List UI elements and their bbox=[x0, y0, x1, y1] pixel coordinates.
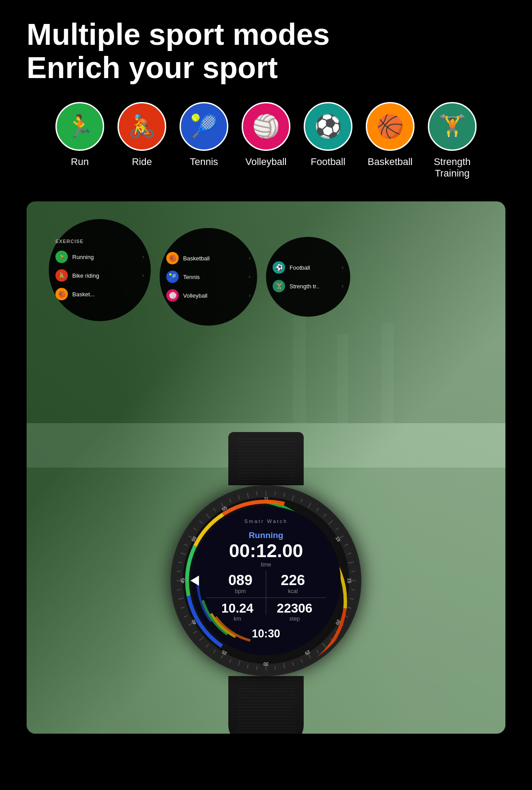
svg-point-8 bbox=[363, 257, 412, 323]
svg-line-69 bbox=[257, 491, 257, 495]
sport-item-run: 🏃 Run bbox=[55, 102, 104, 180]
svg-line-54 bbox=[177, 590, 181, 590]
svg-line-39 bbox=[275, 666, 275, 670]
football-label: Football bbox=[311, 156, 345, 168]
tennis-menu-icon: 🎾 bbox=[166, 271, 179, 283]
run-icon-circle: 🏃 bbox=[55, 102, 104, 151]
svg-text:10:30: 10:30 bbox=[252, 627, 280, 640]
volleyball-arrow-icon: › bbox=[249, 292, 250, 299]
tennis-icon-circle: 🎾 bbox=[180, 102, 228, 151]
svg-text:00:12.00: 00:12.00 bbox=[229, 540, 303, 561]
sport-item-football: ⚽ Football bbox=[304, 102, 352, 180]
header-line1: Multiple sport modes bbox=[27, 18, 505, 51]
bikeriding-menu-icon: 🚴 bbox=[55, 269, 68, 282]
svg-text:45: 45 bbox=[180, 578, 185, 583]
sport-item-tennis: 🎾 Tennis bbox=[180, 102, 228, 180]
bikeriding-arrow-icon: › bbox=[142, 272, 144, 279]
svg-text:bpm: bpm bbox=[235, 588, 246, 594]
run-label: Run bbox=[71, 156, 89, 168]
volleyball-menu-icon: 🏐 bbox=[166, 289, 179, 302]
watch-band-bottom bbox=[228, 676, 304, 734]
sport-item-ride: 🚴 Ride bbox=[117, 102, 166, 180]
watch-band-top bbox=[228, 432, 304, 485]
watch-button-bottom bbox=[360, 593, 361, 607]
menu-item-running: 🏃 Running › bbox=[55, 249, 144, 264]
ride-icon: 🚴 bbox=[128, 114, 156, 139]
page-container: Multiple sport modes Enrich your sport 🏃… bbox=[0, 0, 532, 751]
svg-text:226: 226 bbox=[281, 572, 305, 588]
menu-basketball-label: Basketball bbox=[183, 255, 244, 262]
watch-body-outer: ▽ 55 50 45 40 35 30 25 20 15 10 bbox=[171, 485, 361, 676]
strength-menu-icon: 🏋️ bbox=[273, 280, 285, 292]
exercise-menu: EXERCISE 🏃 Running › 🚴 Bike riding › 🏀 B… bbox=[49, 219, 151, 321]
basketball-icon: 🏀 bbox=[376, 114, 404, 139]
tennis-arrow-icon: › bbox=[249, 274, 250, 280]
svg-line-11 bbox=[275, 491, 275, 495]
menu-item-football: ⚽ Football › bbox=[273, 260, 344, 275]
sport-modes-row: 🏃 Run 🚴 Ride 🎾 Tennis 🏐 Volleyball ⚽ bbox=[27, 102, 505, 180]
football-arrow-icon: › bbox=[342, 264, 344, 271]
svg-text:step: step bbox=[289, 616, 300, 622]
svg-text:km: km bbox=[234, 616, 241, 622]
svg-text:kcal: kcal bbox=[288, 588, 298, 594]
svg-line-41 bbox=[257, 666, 257, 670]
football-menu-icon: ⚽ bbox=[273, 261, 285, 274]
ride-label: Ride bbox=[132, 156, 152, 168]
svg-text:10.24: 10.24 bbox=[221, 601, 253, 616]
svg-line-24 bbox=[351, 571, 355, 572]
basket-menu-icon: 🏀 bbox=[55, 288, 68, 300]
svg-text:Running: Running bbox=[249, 531, 283, 540]
watch-menus-overlay: EXERCISE 🏃 Running › 🚴 Bike riding › 🏀 B… bbox=[49, 219, 350, 326]
main-visual: EXERCISE 🏃 Running › 🚴 Bike riding › 🏀 B… bbox=[27, 201, 505, 734]
smartwatch: ▽ 55 50 45 40 35 30 25 20 15 10 bbox=[171, 432, 361, 734]
football-icon-circle: ⚽ bbox=[304, 102, 352, 151]
menu-tennis-label: Tennis bbox=[183, 274, 244, 280]
tennis-icon: 🎾 bbox=[190, 114, 218, 139]
sports-menu-middle: 🏀 Basketball › 🎾 Tennis › 🏐 Volleyball › bbox=[160, 228, 257, 326]
sport-item-volleyball: 🏐 Volleyball bbox=[242, 102, 290, 180]
svg-text:Smatr  Watch: Smatr Watch bbox=[244, 519, 288, 524]
svg-text:089: 089 bbox=[228, 572, 253, 588]
football-icon: ⚽ bbox=[314, 114, 342, 139]
header-title: Multiple sport modes Enrich your sport bbox=[27, 18, 505, 84]
basketball-menu-icon: 🏀 bbox=[166, 252, 179, 264]
running-menu-icon: 🏃 bbox=[55, 251, 68, 263]
run-icon: 🏃 bbox=[66, 114, 94, 139]
svg-text:22306: 22306 bbox=[277, 601, 312, 616]
menu-football-label: Football bbox=[289, 264, 337, 271]
strength-icon: 🏋️ bbox=[438, 114, 466, 139]
strength-label: Strength Training bbox=[428, 156, 477, 180]
volleyball-icon: 🏐 bbox=[252, 114, 280, 139]
strength-icon-circle: 🏋️ bbox=[428, 102, 477, 151]
sports-menu-right: ⚽ Football › 🏋️ Strength tr.. › bbox=[266, 237, 350, 317]
svg-text:time: time bbox=[261, 562, 271, 568]
menu-item-bikeriding: 🚴 Bike riding › bbox=[55, 268, 144, 283]
strength-arrow-icon: › bbox=[342, 283, 344, 289]
volleyball-label: Volleyball bbox=[246, 156, 287, 168]
basketball-arrow-icon: › bbox=[249, 255, 250, 261]
svg-text:15: 15 bbox=[347, 578, 352, 583]
menu-volleyball-label: Volleyball bbox=[183, 292, 244, 299]
header-line2: Enrich your sport bbox=[27, 51, 505, 84]
menu-item-strength: 🏋️ Strength tr.. › bbox=[273, 279, 344, 294]
menu-exercise-header: EXERCISE bbox=[55, 239, 144, 244]
svg-line-56 bbox=[177, 571, 181, 572]
running-arrow-icon: › bbox=[142, 254, 144, 260]
menu-strength-label: Strength tr.. bbox=[289, 283, 337, 290]
sport-item-strength: 🏋️ Strength Training bbox=[428, 102, 477, 180]
volleyball-icon-circle: 🏐 bbox=[242, 102, 290, 151]
menu-running-label: Running bbox=[72, 254, 138, 260]
menu-item-tennis: 🎾 Tennis › bbox=[166, 269, 250, 284]
svg-text:30: 30 bbox=[263, 661, 269, 667]
svg-line-26 bbox=[351, 590, 355, 590]
watch-bezel-svg: ▽ 55 50 45 40 35 30 25 20 15 10 bbox=[174, 489, 358, 672]
watch-button-top bbox=[360, 566, 361, 590]
menu-item-volleyball: 🏐 Volleyball › bbox=[166, 288, 250, 303]
ride-icon-circle: 🚴 bbox=[117, 102, 166, 151]
basketball-label: Basketball bbox=[368, 156, 413, 168]
sport-item-basketball: 🏀 Basketball bbox=[366, 102, 415, 180]
basketball-icon-circle: 🏀 bbox=[366, 102, 415, 151]
menu-item-basket: 🏀 Basket... bbox=[55, 287, 144, 302]
menu-bikeriding-label: Bike riding bbox=[72, 272, 138, 279]
tennis-label: Tennis bbox=[190, 156, 218, 168]
